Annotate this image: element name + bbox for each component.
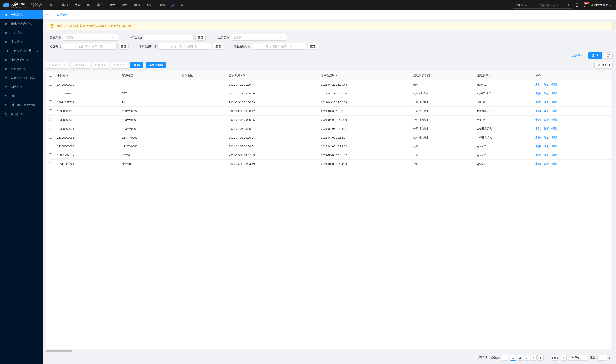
row-checkbox[interactable] <box>49 101 52 103</box>
logo[interactable]: 云朵CRM www.yunduocrm.com 教育机构一站 式服务云平台 <box>3 2 42 8</box>
sidebar-item[interactable]: 全部公海2 <box>0 110 43 119</box>
row-claim-link[interactable]: 领取 <box>552 101 557 104</box>
assign-dept-button[interactable]: 分配到部门 <box>71 62 90 69</box>
sidebar-item[interactable]: 测试昨日回库数据 <box>0 101 43 110</box>
row-claim-link[interactable]: 领取 <box>552 83 557 86</box>
row-delete-link[interactable]: 删除 <box>535 127 541 130</box>
row-checkbox[interactable] <box>49 136 52 139</box>
nav-item[interactable]: 推广 <box>47 0 59 10</box>
query-button[interactable]: 查 询 <box>589 52 602 59</box>
row-delete-link[interactable]: 删除 <box>535 109 541 113</box>
column-settings-button[interactable]: 设置列 <box>594 62 613 69</box>
row-checkbox[interactable] <box>49 127 52 130</box>
sidebar-item[interactable]: 测试 <box>0 92 43 101</box>
tablet-icon[interactable] <box>574 2 580 8</box>
row-claim-link[interactable]: 领取 <box>552 136 557 139</box>
row-assign-link[interactable]: 分配 <box>543 118 549 121</box>
filter-call-time-empty[interactable]: 空值 <box>308 43 318 50</box>
next-page-button[interactable]: › <box>561 354 566 361</box>
row-assign-link[interactable]: 分配 <box>543 127 549 130</box>
row-checkbox[interactable] <box>49 144 52 147</box>
sidebar-item[interactable]: 全部公海 <box>0 10 43 19</box>
row-delete-link[interactable]: 删除 <box>535 144 541 148</box>
nav-item[interactable]: 学服 <box>131 0 143 10</box>
nav-item[interactable]: 财务 <box>119 0 131 10</box>
search-input[interactable] <box>536 2 564 8</box>
row-delete-link[interactable]: 删除 <box>535 92 541 95</box>
expand-filters-link[interactable]: 展开条件 ⌄ <box>572 53 587 57</box>
filter-call-time-range[interactable]: 开始日期~结束日期 <box>252 43 306 50</box>
batch-delete-button[interactable]: 批量删除 <box>111 62 128 69</box>
row-claim-link[interactable]: 领取 <box>552 153 557 157</box>
filter-abandon-time-range[interactable]: 开始日期~结束日期 <box>63 43 116 50</box>
search-type-select[interactable]: 手机号码 ⌄ <box>513 2 536 8</box>
filter-region-select[interactable]: ⌄ <box>144 35 193 40</box>
filter-region-empty[interactable]: 空值 <box>195 34 206 41</box>
row-checkbox[interactable] <box>49 153 52 156</box>
tab-all-pool[interactable]: 全部公海 <box>52 10 72 19</box>
page-number-button[interactable]: 1 <box>510 354 516 361</box>
tab-collapse-icon[interactable] <box>43 10 52 19</box>
batch-claim-button[interactable]: 批量领取 <box>92 62 109 69</box>
row-delete-link[interactable]: 删除 <box>535 162 541 165</box>
nav-item[interactable]: 客户 <box>94 0 106 10</box>
sidebar-item[interactable]: 自定义公海分组⌄ <box>0 46 43 55</box>
sidebar-item[interactable]: 成交客户公海 <box>0 55 43 65</box>
page-number-button[interactable]: 4 <box>531 354 537 361</box>
row-checkbox[interactable] <box>49 109 52 112</box>
nav-item[interactable]: 公海 <box>106 0 118 10</box>
nav-item[interactable]: 客服 <box>59 0 71 10</box>
select-all-checkbox[interactable] <box>49 74 52 77</box>
row-claim-link[interactable]: 领取 <box>552 118 557 121</box>
nav-item[interactable]: 报名 <box>144 0 156 10</box>
row-claim-link[interactable]: 领取 <box>552 92 557 95</box>
page-number-button[interactable]: 3 <box>524 354 530 361</box>
last-page-button[interactable]: 6882 <box>552 354 558 361</box>
sidebar-item[interactable]: 消防公海 <box>0 83 43 92</box>
row-checkbox[interactable] <box>49 83 52 86</box>
sidebar-item[interactable]: 非成交客户公海 <box>0 19 43 28</box>
row-assign-link[interactable]: 分配 <box>543 83 549 86</box>
page-number-button[interactable]: 5 <box>538 354 543 361</box>
row-assign-link[interactable]: 分配 <box>543 162 549 165</box>
user-menu[interactable]: 机构管理员 ▾ <box>590 3 613 7</box>
nav-item[interactable]: IM <box>84 0 94 10</box>
nav-item[interactable]: 数据 <box>156 0 168 10</box>
add-user-icon[interactable] <box>168 0 178 10</box>
row-delete-link[interactable]: 删除 <box>535 136 541 139</box>
page-size-select[interactable]: 10 条/页 ⌄ <box>569 354 587 361</box>
row-checkbox[interactable] <box>49 162 52 165</box>
jump-page-input[interactable] <box>597 354 607 361</box>
row-claim-link[interactable]: 领取 <box>552 109 557 113</box>
sidebar-item[interactable]: 自定义公海过滤器 <box>0 74 43 83</box>
row-assign-link[interactable]: 分配 <box>543 109 549 113</box>
row-delete-link[interactable]: 删除 <box>535 153 541 157</box>
row-delete-link[interactable]: 删除 <box>535 83 541 86</box>
sidebar-item[interactable]: 二咨公海 <box>0 28 43 38</box>
row-claim-link[interactable]: 领取 <box>552 127 557 130</box>
row-claim-link[interactable]: 领取 <box>552 144 557 148</box>
search-button[interactable] <box>564 2 572 8</box>
row-checkbox[interactable] <box>49 118 52 121</box>
row-delete-link[interactable]: 删除 <box>535 101 541 104</box>
row-claim-link[interactable]: 领取 <box>552 162 557 165</box>
row-delete-link[interactable]: 删除 <box>535 118 541 121</box>
prev-page-button[interactable]: ‹ <box>502 354 508 361</box>
filter-source-select[interactable]: 请选择⌄ <box>63 34 119 41</box>
nav-item[interactable]: 线索 <box>72 0 84 10</box>
filter-abandon-type-select[interactable]: 请选择⌄ <box>231 34 287 41</box>
filter-abandon-time-empty[interactable]: 空值 <box>118 43 129 50</box>
row-assign-link[interactable]: 分配 <box>543 144 549 148</box>
assign-manager-button[interactable]: 分配客户经理 <box>46 62 68 69</box>
export-plain-button[interactable]: 不加密导出 <box>146 62 167 68</box>
export-button[interactable]: 导 出 <box>130 62 143 68</box>
row-assign-link[interactable]: 分配 <box>543 101 549 104</box>
bell-icon[interactable]: 99+ <box>582 2 588 8</box>
horizontal-scrollbar[interactable] <box>46 350 72 352</box>
refresh-button[interactable] <box>604 52 613 59</box>
filter-create-time-range[interactable]: 开始日期~结束日期 <box>157 43 211 50</box>
row-assign-link[interactable]: 分配 <box>543 153 549 157</box>
phone-icon[interactable] <box>178 0 186 10</box>
sidebar-item[interactable]: 注安公海 <box>0 38 43 46</box>
sidebar-item[interactable]: 五月天公海 <box>0 65 43 74</box>
